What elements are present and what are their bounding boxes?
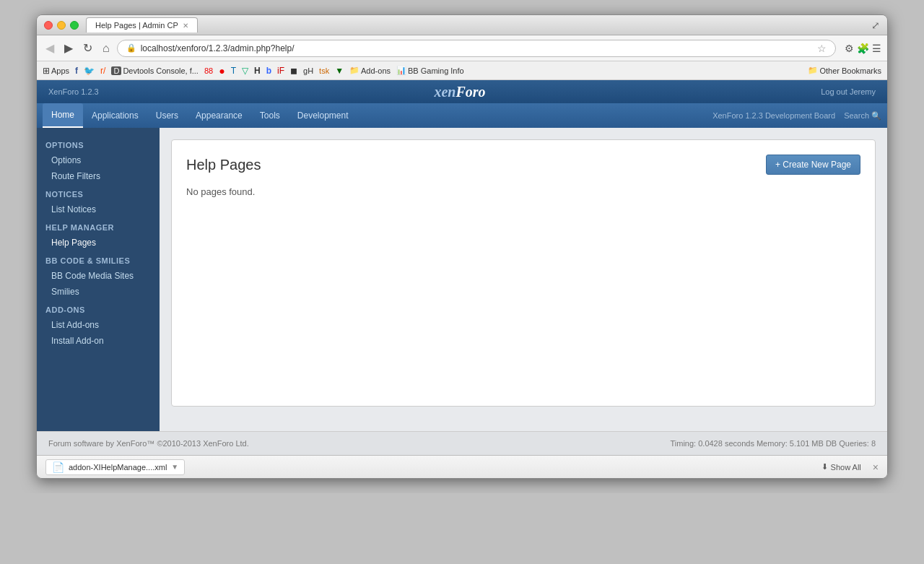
chrome-menu-icon[interactable]: ☰ [872,43,881,54]
sidebar-item-list-notices[interactable]: List Notices [37,201,160,217]
nav-home[interactable]: Home [43,103,83,128]
gh-icon: gH [303,66,313,75]
circle-icon: ● [219,65,225,77]
bookmark-b[interactable]: b [266,66,271,76]
bookmark-gh[interactable]: gH [303,66,313,75]
back-button[interactable]: ◀ [43,40,57,56]
nav-applications[interactable]: Applications [83,103,147,128]
bookmark-square[interactable]: ◼ [290,66,297,76]
bookmark-circle[interactable]: ● [219,65,225,77]
forward-button[interactable]: ▶ [61,40,76,56]
bookmark-if[interactable]: iF [277,66,284,76]
dev-board-link[interactable]: XenForo 1.2.3 Development Board [712,111,835,120]
xf-content: Options Options Route Filters Notices Li… [37,128,887,431]
sidebar-section-notices: Notices [37,184,160,201]
window-frame: Help Pages | Admin CP ✕ ⤢ ◀ ▶ ↻ ⌂ 🔒 loca… [36,14,888,479]
download-bar-close-button[interactable]: × [873,461,879,473]
tsk-icon: tsk [319,66,329,75]
other-bookmarks-label: Other Bookmarks [819,66,881,75]
fullscreen-icon[interactable]: ⤢ [871,19,880,31]
download-icon-arrow: ⬇ [821,462,828,472]
url-bar[interactable]: 🔒 localhost/xenforo/1.2.3/admin.php?help… [117,40,836,57]
square-icon: ◼ [290,66,297,76]
nav-users[interactable]: Users [147,103,187,128]
tab-area: Help Pages | Admin CP ✕ [86,17,871,32]
trello-icon: T [231,66,236,76]
show-all-button[interactable]: ⬇ Show All [821,462,861,472]
if-icon: iF [277,66,284,76]
twitter-icon: 🐦 [84,66,95,76]
other-bookmarks[interactable]: 📁 Other Bookmarks [808,66,881,75]
download-bar: 📄 addon-XIHelpManage....xml ▼ ⬇ Show All… [37,455,887,478]
close-window-button[interactable] [44,21,53,30]
xf-main: Help Pages + Create New Page No pages fo… [160,128,887,431]
settings-icon[interactable]: ⚙ [845,43,854,54]
download-filename: addon-XIHelpManage....xml [69,463,167,472]
window-controls: ⤢ [871,19,880,31]
bookmark-apps[interactable]: ⊞ Apps [43,66,69,76]
nav-development[interactable]: Development [289,103,357,128]
nav-appearance[interactable]: Appearance [187,103,251,128]
traffic-lights [44,21,79,30]
minimize-window-button[interactable] [57,21,66,30]
lock-icon: 🔒 [126,43,136,53]
home-button[interactable]: ⌂ [100,40,113,56]
download-chevron-icon[interactable]: ▼ [171,463,178,471]
sidebar-item-help-pages[interactable]: Help Pages [37,235,160,251]
bookmark-bb-gaming[interactable]: 📊 BB Gaming Info [396,66,464,75]
footer-right: Timing: 0.0428 seconds Memory: 5.101 MB … [671,439,876,448]
xf-topbar: XenForo 1.2.3 xenForo Log out Jeremy [37,80,887,103]
xf-sidebar: Options Options Route Filters Notices Li… [37,128,160,431]
xml-file-icon: 📄 [52,461,64,473]
sidebar-section-addons: Add-ons [37,300,160,317]
tab-title: Help Pages | Admin CP [95,21,178,30]
bookmark-v[interactable]: ▽ [242,66,248,76]
xf-version: XenForo 1.2.3 [48,87,99,96]
nav-tools[interactable]: Tools [251,103,289,128]
b-icon: b [266,66,271,76]
sidebar-item-options[interactable]: Options [37,152,160,168]
v2-icon: ▼ [335,66,344,76]
reload-button[interactable]: ↻ [80,40,95,56]
bookmark-star-icon[interactable]: ☆ [817,43,827,54]
empty-message: No pages found. [186,186,860,197]
bookmark-88[interactable]: 88 [204,66,213,75]
search-link[interactable]: Search 🔍 [844,111,881,121]
bookmark-reddit[interactable]: r/ [100,66,105,76]
bookmark-twitter[interactable]: 🐦 [84,66,95,76]
search-label: Search [844,111,869,120]
maximize-window-button[interactable] [70,21,79,30]
logout-link[interactable]: Log out Jeremy [821,87,876,96]
extensions-icon[interactable]: 🧩 [857,43,869,54]
address-bar: ◀ ▶ ↻ ⌂ 🔒 localhost/xenforo/1.2.3/admin.… [37,35,887,61]
devtools-label: Devtools Console, f... [123,66,199,75]
sidebar-item-bb-code-media[interactable]: BB Code Media Sites [37,268,160,284]
tab-close-button[interactable]: ✕ [183,22,188,30]
title-bar: Help Pages | Admin CP ✕ ⤢ [37,15,887,35]
bookmark-addons[interactable]: 📁 Add-ons [349,66,391,75]
sidebar-item-route-filters[interactable]: Route Filters [37,168,160,184]
content-header: Help Pages + Create New Page [186,155,860,175]
bookmark-devtools[interactable]: D Devtools Console, f... [111,66,199,75]
bookmark-trello[interactable]: T [231,66,236,76]
addons-label: Add-ons [361,66,391,75]
apps-label: Apps [51,66,69,75]
download-item[interactable]: 📄 addon-XIHelpManage....xml ▼ [45,459,185,475]
sidebar-item-smilies[interactable]: Smilies [37,284,160,300]
sidebar-item-install-addon[interactable]: Install Add-on [37,333,160,349]
bookmark-v2[interactable]: ▼ [335,66,344,76]
bookmark-facebook[interactable]: f [75,66,78,76]
create-new-page-button[interactable]: + Create New Page [766,155,860,175]
content-box: Help Pages + Create New Page No pages fo… [171,139,876,407]
show-all-label: Show All [831,463,861,472]
browser-tab[interactable]: Help Pages | Admin CP ✕ [86,17,198,32]
nav-right: XenForo 1.2.3 Development Board Search 🔍 [712,111,881,121]
sidebar-item-list-addons[interactable]: List Add-ons [37,317,160,333]
facebook-icon: f [75,66,78,76]
sidebar-section-options: Options [37,135,160,152]
apps-icon: ⊞ [43,66,50,76]
devtools-icon: D [111,66,121,75]
bookmark-tsk[interactable]: tsk [319,66,329,75]
bookmark-h[interactable]: H [254,66,261,76]
bb-gaming-label: BB Gaming Info [408,66,464,75]
